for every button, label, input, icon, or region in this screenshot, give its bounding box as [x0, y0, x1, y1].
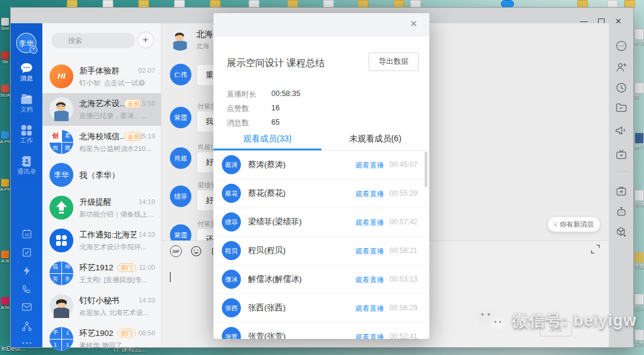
sidebar-item-messages[interactable]: 消息: [11, 63, 42, 83]
modal-title: 展示空间设计 课程总结: [227, 57, 324, 70]
sidebar-item-contacts[interactable]: 通讯录: [11, 156, 42, 176]
desktop-shortcut[interactable]: 考勤: [634, 252, 644, 270]
live-icon[interactable]: [609, 149, 633, 160]
chat-subtitle: 北海: [196, 42, 209, 51]
watermark: 微信号: beiyigw: [474, 305, 637, 335]
list-item[interactable]: 平 1 1 1 环艺1902 部门 08:58 素枝华 撤回了...: [42, 323, 161, 355]
modal-header: [213, 13, 429, 36]
desktop-shortcut[interactable]: A Pho: [0, 179, 10, 192]
pointer-down-icon: ☟: [553, 221, 557, 228]
watch-live-link[interactable]: 观看直播: [355, 160, 384, 171]
list-item[interactable]: 李华 我（李华）: [42, 159, 161, 192]
scrollbar-thumb[interactable]: [425, 152, 428, 187]
sidebar-item-work[interactable]: 工作: [11, 125, 42, 145]
stat-value: 00:58:35: [271, 89, 301, 98]
contacts-book-icon: [11, 156, 42, 167]
live-summary-modal: ✕ 展示空间设计 课程总结 导出数据 直播时长 00:58:35 点赞数 16 …: [213, 13, 429, 339]
status-add-icon: +: [30, 46, 38, 54]
group-avatar: HI: [49, 64, 73, 88]
stat-label: 直播时长: [227, 89, 256, 100]
member-tabs: 观看成员(33) 未观看成员(6): [213, 126, 429, 151]
member-avatar[interactable]: 肖超: [170, 147, 191, 169]
member-row: 张萱 张萱(张萱) 观看直播 00:52:41: [213, 322, 429, 339]
chat-header-avatar[interactable]: [169, 28, 191, 51]
desktop-shortcut[interactable]: A Ill: [0, 251, 10, 264]
flash-icon[interactable]: [11, 266, 42, 276]
group-avatar-grid: 平 1 1 1: [49, 327, 73, 351]
folder-icon[interactable]: [609, 102, 633, 113]
desktop-shortcut[interactable]: MF 术: [634, 132, 644, 150]
member-row: 蔡花 蔡花(蔡花) 观看直播 00:55:29: [213, 179, 429, 208]
watch-live-link[interactable]: 观看直播: [355, 246, 384, 257]
desktop-shortcut[interactable]: 学: [634, 82, 644, 100]
watch-live-link[interactable]: 观看直播: [355, 275, 384, 285]
member-avatar: 程贝: [222, 241, 241, 260]
tab-unwatched-members[interactable]: 未观看成员(6): [321, 126, 429, 150]
list-item[interactable]: 升级提醒 14:19 新功能介绍｜储备线上...: [42, 192, 161, 224]
emoji-icon[interactable]: [190, 245, 202, 260]
avatar[interactable]: 李华 +: [16, 33, 36, 53]
group-avatar-grid: 创 君 伟 雨: [49, 130, 73, 154]
new-message-pill[interactable]: ☟你有新消息: [547, 217, 600, 232]
desktop-shortcut[interactable]: A Pho: [0, 131, 10, 144]
apps-icon[interactable]: [609, 226, 633, 238]
more-icon[interactable]: [11, 341, 42, 345]
member-avatar: 张萱: [222, 327, 241, 339]
desktop-shortcut[interactable]: A In: [0, 297, 10, 310]
group-avatar-photo: [49, 97, 73, 121]
watch-live-link[interactable]: 观看直播: [355, 218, 384, 228]
export-data-button[interactable]: 导出数据: [369, 53, 419, 71]
add-member-icon[interactable]: [609, 61, 633, 73]
list-item[interactable]: 琨 坤 芳 齐 环艺1912 部门 11:00 王文刚: [直播回放]专...: [42, 257, 161, 290]
conversation-list: + HI 新手体验群 02-07 钉小智: 点击试一试😄 北海艺术设... 全员…: [42, 23, 162, 347]
member-avatar: 儒冰: [222, 270, 241, 289]
mail-icon[interactable]: [11, 302, 42, 311]
member-list: 蔡涛 蔡涛(蔡涛) 观看直播 00:45:07 蔡花 蔡花(蔡花) 观看直播 0…: [213, 150, 429, 339]
plugin-icon[interactable]: [609, 186, 633, 197]
work-grid-icon: [11, 125, 42, 136]
user-avatar: 李华: [49, 163, 73, 187]
history-icon[interactable]: [609, 82, 633, 94]
watermark-text: 微信号: beiyigw: [512, 310, 637, 331]
list-item[interactable]: 钉钉小秘书 14:33 欢迎加入 北海艺术设...: [42, 290, 161, 323]
announce-icon[interactable]: [609, 125, 633, 136]
member-avatar[interactable]: 紫霞: [170, 107, 191, 128]
desktop-shortcut[interactable]: Sk: [0, 51, 10, 64]
stat-label: 点赞数: [227, 104, 249, 114]
tab-watched-members[interactable]: 观看成员(33): [213, 126, 321, 150]
list-item-selected[interactable]: 北海艺术设... 全员 15:58 直播已结束，蔡涛、...: [42, 93, 161, 126]
member-row: 张西 张西(张西) 观看直播 00:56:29: [213, 294, 429, 323]
list-item[interactable]: 创 君 伟 雨 北海校域信... 全员 15:19 程星为公益树浇水210...: [42, 126, 161, 159]
org-icon[interactable]: [11, 321, 42, 332]
desktop-shortcut[interactable]: Son: [0, 18, 10, 31]
chat-bubble-icon: [11, 63, 42, 74]
secretary-avatar-photo: [49, 294, 73, 318]
search-input[interactable]: [51, 33, 135, 48]
robot-icon[interactable]: [609, 206, 633, 218]
add-chat-button[interactable]: +: [137, 32, 154, 48]
modal-close-icon[interactable]: ✕: [410, 18, 417, 29]
desktop-shortcut[interactable]: 件 方式: [634, 29, 644, 47]
list-item[interactable]: HI 新手体验群 02-07 钉小智: 点击试一试😄: [42, 60, 161, 93]
phone-icon[interactable]: [11, 284, 42, 294]
more-circle-icon[interactable]: [609, 40, 633, 52]
member-avatar: 张西: [222, 298, 241, 317]
member-avatar[interactable]: 绩菲: [170, 186, 191, 207]
expand-icon[interactable]: [590, 244, 600, 257]
gif-icon[interactable]: GIF: [170, 245, 182, 257]
watch-live-link[interactable]: 观看直播: [355, 332, 384, 339]
work-notice-avatar: [49, 229, 73, 252]
sidebar-item-docs[interactable]: 文档: [11, 94, 42, 114]
todo-icon[interactable]: [11, 247, 42, 258]
upgrade-avatar: [49, 196, 73, 220]
member-row: 蔡涛 蔡涛(蔡涛) 观看直播 00:45:07: [213, 150, 429, 180]
watch-live-link[interactable]: 观看直播: [355, 304, 384, 314]
wechat-icon: [474, 305, 506, 335]
watch-live-link[interactable]: 观看直播: [355, 189, 384, 199]
calendar-icon[interactable]: 24: [11, 229, 42, 239]
desktop-shortcut[interactable]: 绍 表: [634, 190, 644, 208]
member-avatar[interactable]: 仁伟: [170, 64, 191, 85]
desktop-shortcut[interactable]: SUA: [0, 85, 10, 98]
list-item[interactable]: 工作通知:北海艺... 14:33 北海艺术设计学院环...: [42, 224, 161, 257]
chat-title: 北海: [196, 29, 213, 40]
